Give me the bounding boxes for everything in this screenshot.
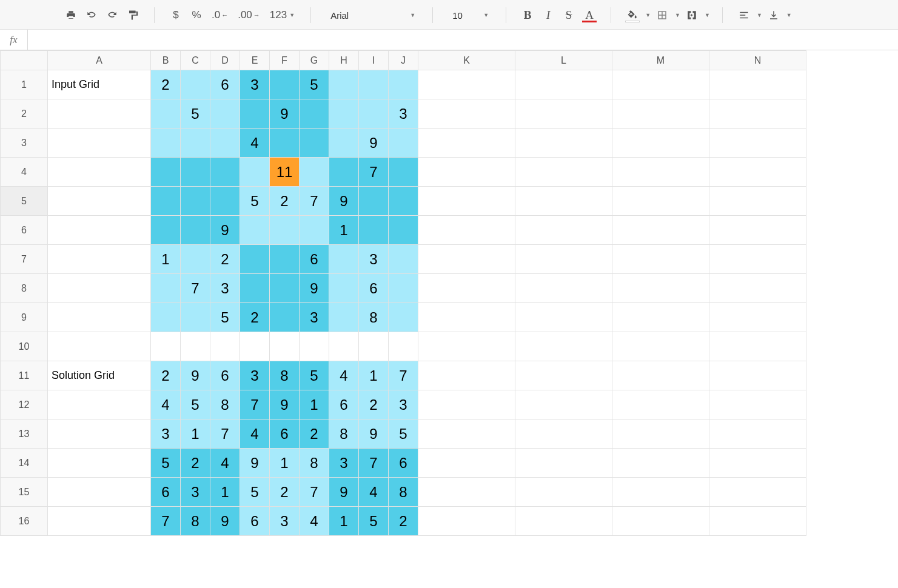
cell[interactable] xyxy=(48,507,151,536)
cell[interactable] xyxy=(210,99,240,129)
column-header[interactable]: C xyxy=(181,51,210,70)
cell[interactable] xyxy=(48,390,151,419)
cell[interactable]: 3 xyxy=(300,303,329,332)
cell[interactable] xyxy=(389,187,418,216)
cell[interactable]: 7 xyxy=(359,158,389,187)
column-header[interactable]: D xyxy=(210,51,240,70)
percent-button[interactable]: % xyxy=(187,6,206,24)
cell[interactable]: 9 xyxy=(210,216,240,245)
cell[interactable] xyxy=(515,129,612,158)
cell[interactable] xyxy=(612,187,709,216)
cell[interactable] xyxy=(418,216,515,245)
cell[interactable] xyxy=(329,70,359,99)
row-header[interactable]: 15 xyxy=(1,478,48,507)
cell[interactable]: 4 xyxy=(151,390,181,419)
cell[interactable]: 7 xyxy=(389,361,418,390)
cell[interactable] xyxy=(389,129,418,158)
cell[interactable] xyxy=(270,245,300,274)
cell[interactable] xyxy=(329,129,359,158)
cell[interactable]: 5 xyxy=(240,478,270,507)
cell[interactable]: 5 xyxy=(151,449,181,478)
cell[interactable] xyxy=(270,332,300,361)
cell[interactable] xyxy=(300,129,329,158)
cell[interactable] xyxy=(270,274,300,303)
cell[interactable]: 1 xyxy=(270,449,300,478)
cell[interactable]: 7 xyxy=(300,187,329,216)
cell[interactable] xyxy=(389,216,418,245)
paint-format-icon[interactable] xyxy=(124,6,142,24)
cell[interactable] xyxy=(709,478,806,507)
cell[interactable]: 2 xyxy=(210,245,240,274)
cell[interactable] xyxy=(612,99,709,129)
cell[interactable] xyxy=(210,158,240,187)
cell[interactable] xyxy=(709,390,806,419)
cell[interactable]: 9 xyxy=(270,390,300,419)
cell[interactable] xyxy=(612,478,709,507)
cell[interactable]: 6 xyxy=(210,361,240,390)
cell[interactable]: 7 xyxy=(210,419,240,449)
cell[interactable] xyxy=(300,158,329,187)
cell[interactable] xyxy=(515,274,612,303)
cell[interactable] xyxy=(612,274,709,303)
cell[interactable]: 2 xyxy=(240,303,270,332)
cell[interactable] xyxy=(612,216,709,245)
cell[interactable] xyxy=(48,158,151,187)
cell[interactable] xyxy=(515,361,612,390)
currency-button[interactable]: $ xyxy=(167,6,185,24)
undo-icon[interactable] xyxy=(82,6,101,24)
row-header[interactable]: 7 xyxy=(1,245,48,274)
cell[interactable]: 4 xyxy=(240,129,270,158)
row-header[interactable]: 13 xyxy=(1,419,48,449)
borders-dropdown-icon[interactable]: ▼ xyxy=(675,12,680,18)
cell[interactable] xyxy=(418,507,515,536)
cell[interactable] xyxy=(151,158,181,187)
cell[interactable] xyxy=(515,158,612,187)
cell[interactable]: 2 xyxy=(389,507,418,536)
cell[interactable] xyxy=(418,419,515,449)
cell[interactable] xyxy=(709,187,806,216)
cell[interactable]: 6 xyxy=(210,70,240,99)
cell[interactable] xyxy=(240,245,270,274)
cell[interactable]: 9 xyxy=(329,478,359,507)
cell[interactable] xyxy=(709,303,806,332)
h-align-button[interactable] xyxy=(735,6,753,24)
cell[interactable] xyxy=(300,99,329,129)
cell[interactable] xyxy=(515,216,612,245)
print-icon[interactable] xyxy=(62,6,80,24)
cell[interactable] xyxy=(709,332,806,361)
cell[interactable] xyxy=(329,332,359,361)
cell[interactable] xyxy=(181,245,210,274)
cell[interactable] xyxy=(612,419,709,449)
cell[interactable] xyxy=(270,303,300,332)
row-header[interactable]: 16 xyxy=(1,507,48,536)
cell[interactable] xyxy=(329,245,359,274)
cell[interactable] xyxy=(329,303,359,332)
cell[interactable] xyxy=(418,361,515,390)
cell[interactable]: 8 xyxy=(329,419,359,449)
fill-color-button[interactable] xyxy=(623,6,642,24)
row-header[interactable]: 6 xyxy=(1,216,48,245)
cell[interactable] xyxy=(329,158,359,187)
cell[interactable]: 6 xyxy=(389,449,418,478)
increase-decimals-button[interactable]: .00→ xyxy=(234,6,264,24)
cell[interactable] xyxy=(48,245,151,274)
cell[interactable]: 4 xyxy=(359,478,389,507)
cell[interactable] xyxy=(515,478,612,507)
row-header[interactable]: 5 xyxy=(1,187,48,216)
cell[interactable] xyxy=(359,216,389,245)
cell[interactable] xyxy=(709,158,806,187)
column-header[interactable]: H xyxy=(329,51,359,70)
cell[interactable] xyxy=(515,390,612,419)
cell[interactable]: 4 xyxy=(240,419,270,449)
row-header[interactable]: 4 xyxy=(1,158,48,187)
cell[interactable] xyxy=(612,361,709,390)
cell[interactable]: 9 xyxy=(300,274,329,303)
cell[interactable] xyxy=(270,129,300,158)
cell[interactable]: 6 xyxy=(329,390,359,419)
cell[interactable] xyxy=(48,449,151,478)
cell[interactable] xyxy=(515,99,612,129)
cell[interactable] xyxy=(515,419,612,449)
cell[interactable] xyxy=(612,129,709,158)
cell[interactable] xyxy=(329,99,359,129)
cell[interactable]: 7 xyxy=(359,449,389,478)
